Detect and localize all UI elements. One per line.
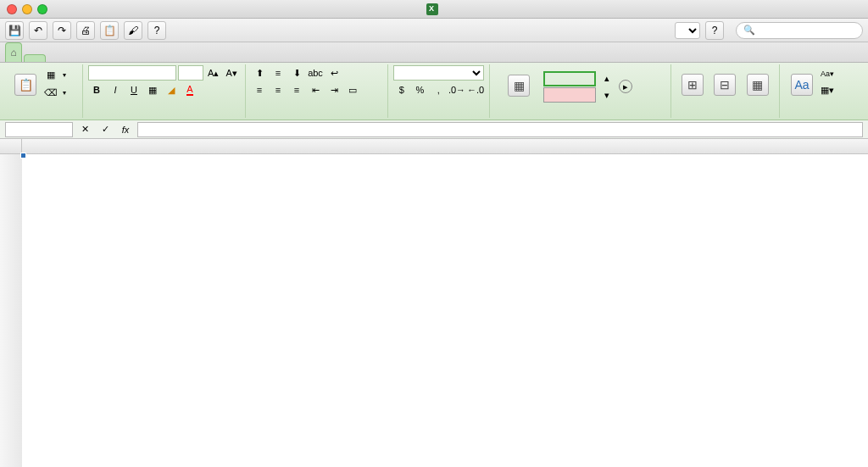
insert-icon: ⊞ xyxy=(682,74,704,96)
format-icon: ▦ xyxy=(747,74,769,96)
search-icon: 🔍 xyxy=(743,25,755,36)
group-number: $%,.0→←.0 xyxy=(388,64,490,118)
format-cells-button[interactable]: ▦ xyxy=(742,64,774,107)
tab-layout[interactable] xyxy=(46,55,66,62)
font-size-select[interactable] xyxy=(178,65,203,81)
percent-button[interactable]: % xyxy=(412,82,429,97)
cell-selection xyxy=(22,154,25,158)
row-headers xyxy=(0,154,22,467)
help-button[interactable]: ? xyxy=(147,21,166,40)
group-format: ▦ ▴ ▾ ▸ xyxy=(490,64,671,118)
group-alignment: ⬆≡⬇abc↩ ≡≡≡⇤⇥▭ xyxy=(246,64,388,118)
tab-data[interactable] xyxy=(147,55,168,62)
style-up-button[interactable]: ▴ xyxy=(598,70,615,86)
ribbon-tabs: ⌂ xyxy=(0,42,868,63)
decrease-decimal-button[interactable]: ←.0 xyxy=(467,82,484,97)
fill-color-button[interactable]: ◢ xyxy=(163,82,180,97)
group-cells: ⊞ ⊟ ▦ xyxy=(671,64,780,118)
format-painter-button[interactable]: 🖌 xyxy=(124,21,142,40)
bold-button[interactable]: B xyxy=(88,82,105,97)
delete-icon: ⊟ xyxy=(714,74,736,96)
orientation-button[interactable]: abc xyxy=(307,65,324,81)
tab-home[interactable] xyxy=(24,54,46,62)
increase-indent-button[interactable]: ⇥ xyxy=(326,82,342,97)
undo-button[interactable]: ↶ xyxy=(29,21,47,40)
number-format-select[interactable] xyxy=(393,65,484,81)
align-center-button[interactable]: ≡ xyxy=(270,82,287,97)
save-button[interactable]: 💾 xyxy=(5,21,24,40)
minimize-window-button[interactable] xyxy=(22,4,32,14)
cancel-button[interactable]: ✕ xyxy=(76,122,93,137)
decrease-indent-button[interactable]: ⇤ xyxy=(307,82,324,97)
paste-bigbutton[interactable]: 📋 xyxy=(8,64,42,107)
increase-font-button[interactable]: A▴ xyxy=(205,65,222,81)
sheet-search-input[interactable]: 🔍 xyxy=(736,22,863,39)
grid-area[interactable] xyxy=(22,154,868,467)
insert-cells-button[interactable]: ⊞ xyxy=(676,64,709,107)
formula-bar: ✕ ✓ fx xyxy=(0,120,868,139)
redo-button[interactable]: ↷ xyxy=(53,21,71,40)
delete-cells-button[interactable]: ⊟ xyxy=(709,64,741,107)
fill-button[interactable]: ▦ xyxy=(42,67,59,82)
style-normal-button[interactable] xyxy=(543,71,596,86)
spreadsheet xyxy=(0,139,868,467)
fx-button[interactable]: fx xyxy=(117,122,134,137)
zoom-select[interactable] xyxy=(675,22,700,39)
confirm-button[interactable]: ✓ xyxy=(97,122,114,137)
style-more-button[interactable]: ▸ xyxy=(619,80,632,93)
themes-icon: Aa xyxy=(791,74,813,96)
help-icon[interactable]: ? xyxy=(705,21,724,40)
wrap-text-button[interactable]: ↩ xyxy=(326,65,342,81)
ribbon: 📋 ▦▾ ⌫▾ A▴A▾ BIU▦◢A ⬆≡⬇abc↩ ≡≡≡⇤⇥▭ $%,.0… xyxy=(0,63,868,120)
font-name-select[interactable] xyxy=(88,65,176,81)
align-bottom-button[interactable]: ⬇ xyxy=(288,65,305,81)
print-button[interactable]: 🖨 xyxy=(76,21,95,40)
close-window-button[interactable] xyxy=(7,4,17,14)
tab-formulas[interactable] xyxy=(127,55,147,62)
window-title xyxy=(426,3,442,15)
group-font: A▴A▾ BIU▦◢A xyxy=(83,64,246,118)
tab-charts[interactable] xyxy=(86,55,107,62)
column-headers xyxy=(0,139,868,154)
style-down-button[interactable]: ▾ xyxy=(598,87,615,103)
paste-button[interactable]: 📋 xyxy=(100,21,119,40)
align-middle-button[interactable]: ≡ xyxy=(270,65,287,81)
merge-button[interactable]: ▭ xyxy=(344,82,361,97)
clear-button[interactable]: ⌫ xyxy=(42,85,59,100)
conditional-formatting-button[interactable]: ▦ xyxy=(495,65,542,108)
group-themes: Aa Aa▾ ▦▾ xyxy=(780,64,853,118)
tab-smartart[interactable] xyxy=(107,55,127,62)
formula-input[interactable] xyxy=(137,122,863,137)
border-button[interactable]: ▦ xyxy=(144,82,161,97)
group-edit: 📋 ▦▾ ⌫▾ xyxy=(3,64,83,118)
tab-review[interactable] xyxy=(168,55,188,62)
tab-tables[interactable] xyxy=(66,55,86,62)
clipboard-icon: 📋 xyxy=(14,74,36,96)
style-bad-button[interactable] xyxy=(543,87,596,103)
maximize-window-button[interactable] xyxy=(37,4,47,14)
window-controls xyxy=(7,4,47,14)
titlebar xyxy=(0,0,868,19)
select-all-corner[interactable] xyxy=(0,139,22,153)
font-color-button[interactable]: A xyxy=(181,82,198,97)
theme-colors-button[interactable]: Aa▾ xyxy=(819,66,836,81)
align-left-button[interactable]: ≡ xyxy=(251,82,268,97)
conditional-formatting-icon: ▦ xyxy=(508,75,530,97)
excel-doc-icon xyxy=(426,3,438,15)
tab-backstage[interactable]: ⌂ xyxy=(5,42,22,62)
themes-button[interactable]: Aa xyxy=(785,64,819,107)
increase-decimal-button[interactable]: .0→ xyxy=(448,82,465,97)
underline-button[interactable]: U xyxy=(125,82,142,97)
align-right-button[interactable]: ≡ xyxy=(288,82,305,97)
name-box[interactable] xyxy=(5,122,73,137)
italic-button[interactable]: I xyxy=(107,82,124,97)
quick-access-toolbar: 💾 ↶ ↷ 🖨 📋 🖌 ? ? 🔍 xyxy=(0,19,868,42)
currency-button[interactable]: $ xyxy=(393,82,410,97)
decrease-font-button[interactable]: A▾ xyxy=(224,65,241,81)
theme-fonts-button[interactable]: ▦▾ xyxy=(819,82,836,97)
align-top-button[interactable]: ⬆ xyxy=(251,65,268,81)
comma-button[interactable]: , xyxy=(430,82,447,97)
